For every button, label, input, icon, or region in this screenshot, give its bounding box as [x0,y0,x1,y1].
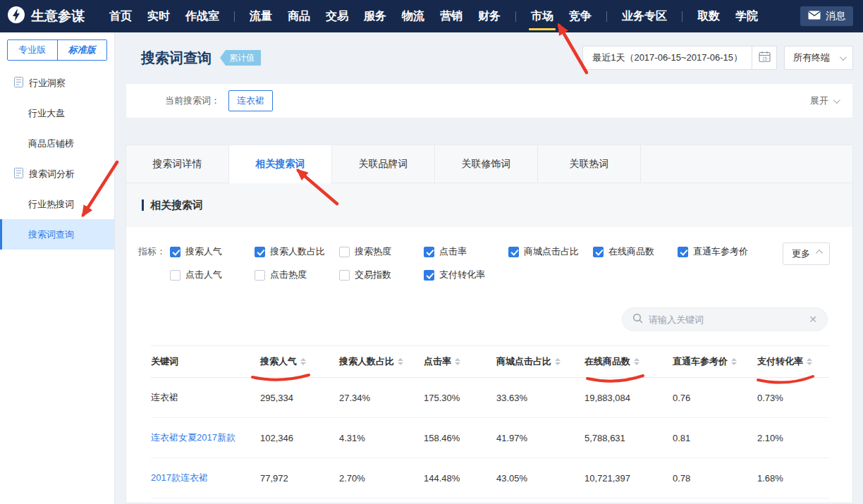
nav-item-competition[interactable]: 竞争 [561,0,599,32]
keyword-text: 连衣裙 [151,392,178,402]
column-header-click-rate[interactable]: 点击率 [424,346,496,378]
current-term-tag[interactable]: 连衣裙 [228,90,273,111]
date-range-selector[interactable]: 最近1天（2017-06-15~2017-06-15） [582,46,752,70]
cell-value: 175.30% [424,378,496,418]
nav-item-logistics[interactable]: 物流 [394,0,432,32]
metric-search-heat[interactable]: 搜索热度 [339,245,424,258]
checkbox-checked-icon[interactable] [508,247,519,257]
metric-click-rate[interactable]: 点击率 [424,245,508,258]
tab-related-hot-words[interactable]: 关联热词 [538,145,641,183]
checkbox-checked-icon[interactable] [255,247,265,257]
related-search-words-panel: 相关搜索词 指标： 搜索人气 搜索人数占比 搜索热度 [126,183,853,503]
checkbox-checked-icon[interactable] [424,247,434,257]
checkbox-unchecked-icon[interactable] [170,270,180,281]
checkbox-checked-icon[interactable] [593,247,604,257]
brand-logo-icon [7,6,25,27]
sidebar-item-hot-search-words[interactable]: 行业热搜词 [0,189,114,219]
sidebar-item-search-analysis[interactable]: 搜索词分析 [0,159,114,189]
nav-item-business-zone[interactable]: 业务专区 [614,0,675,32]
more-metrics-button[interactable]: 更多 [783,242,830,265]
column-header-searcher-ratio[interactable]: 搜索人数占比 [339,346,424,378]
nav-divider [515,11,516,22]
checkbox-checked-icon[interactable] [170,247,180,257]
keyword-link[interactable]: 连衣裙女夏2017新款 [151,432,235,443]
metric-click-popularity[interactable]: 点击人气 [170,269,255,281]
current-search-term-panel: 当前搜索词： 连衣裙 展开 [126,83,853,118]
metric-searcher-ratio[interactable]: 搜索人数占比 [255,245,339,258]
nav-item-trade[interactable]: 交易 [318,0,356,32]
nav-item-goods[interactable]: 商品 [280,0,318,32]
expand-toggle[interactable]: 展开 [810,94,838,107]
nav-item-academy[interactable]: 学院 [728,0,766,32]
column-header-online-products[interactable]: 在线商品数 [584,346,673,378]
sort-icon[interactable] [634,358,639,365]
tab-related-search-words-active[interactable]: 相关搜索词 [229,145,332,183]
sort-icon[interactable] [300,358,306,365]
checkbox-checked-icon[interactable] [424,270,434,281]
svg-text:15: 15 [761,56,767,61]
tab-related-modifier-words[interactable]: 关联修饰词 [435,145,538,183]
sidebar-item-industry-insight[interactable]: 行业洞察 [0,68,114,98]
column-header-ztc-price[interactable]: 直通车参考价 [673,346,757,378]
nav-item-market-active[interactable]: 市场 [523,0,561,32]
nav-item-service[interactable]: 服务 [356,0,394,32]
nav-item-traffic[interactable]: 流量 [242,0,280,32]
version-tab-pro[interactable]: 专业版 [8,40,58,60]
metric-payment-conversion[interactable]: 支付转化率 [424,269,508,281]
terminal-select-value: 所有终端 [793,51,830,64]
checkbox-unchecked-icon[interactable] [339,270,350,281]
column-header-search-popularity[interactable]: 搜索人气 [260,346,339,378]
checkbox-unchecked-icon[interactable] [339,247,350,257]
cell-value: 0.73% [757,378,829,418]
message-button[interactable]: 消息 [800,6,853,26]
tab-related-brand-words[interactable]: 关联品牌词 [332,145,435,183]
metric-ztc-reference-price[interactable]: 直通车参考价 [678,245,762,258]
nav-divider [234,11,235,22]
version-tab-standard[interactable]: 标准版 [58,40,107,60]
metric-trade-index[interactable]: 交易指数 [339,269,424,281]
clear-search-icon[interactable]: ✕ [809,314,817,324]
sidebar-item-search-word-query-active[interactable]: 搜索词查询 [0,219,114,250]
metrics-row-2: 点击人气 点击热度 交易指数 支付转化率 [170,269,821,281]
version-toggle: 专业版 标准版 [7,39,107,61]
sort-icon[interactable] [455,358,460,365]
checkbox-unchecked-icon[interactable] [255,270,265,281]
cell-value: 158.46% [424,418,496,458]
brand[interactable]: 生意参谋 [7,6,102,27]
sidebar-item-industry-overview[interactable]: 行业大盘 [0,98,114,128]
nav-item-home[interactable]: 首页 [102,0,140,32]
metric-click-heat[interactable]: 点击热度 [255,269,339,281]
keyword-link[interactable]: 2017款连衣裙 [151,472,208,483]
keywords-table-wrap: 关键词 搜索人气 搜索人数占比 点击率 商城点击占比 在线商品数 直通车参考价 … [126,331,852,498]
nav-item-data-fetch[interactable]: 取数 [690,0,728,32]
keyword-search-input[interactable] [649,314,803,325]
nav-item-warroom[interactable]: 作战室 [178,0,227,32]
calendar-button[interactable]: 15 [752,46,777,70]
sort-icon[interactable] [398,358,403,365]
chevron-down-icon [833,97,840,104]
column-header-keyword: 关键词 [151,346,260,378]
nav-item-finance[interactable]: 财务 [470,0,508,32]
nav-item-marketing[interactable]: 营销 [432,0,470,32]
keyword-search-box[interactable]: ✕ [622,307,828,331]
calendar-icon: 15 [759,51,771,65]
sidebar-item-label: 搜索词分析 [29,168,75,180]
metric-search-popularity[interactable]: 搜索人气 [170,245,255,258]
sort-icon[interactable] [731,358,737,365]
metric-online-products[interactable]: 在线商品数 [593,245,678,258]
sort-icon[interactable] [807,358,812,365]
nav-item-realtime[interactable]: 实时 [140,0,178,32]
column-header-payment-conversion[interactable]: 支付转化率 [757,346,829,378]
terminal-select[interactable]: 所有终端 [784,46,853,70]
sidebar-item-shop-ranking[interactable]: 商品店铺榜 [0,128,114,159]
sidebar-item-label: 行业洞察 [29,77,66,90]
metric-mall-click-ratio[interactable]: 商城点击占比 [508,245,593,258]
column-header-mall-click-ratio[interactable]: 商城点击占比 [496,346,584,378]
search-row: ✕ [126,292,852,331]
tab-search-word-detail[interactable]: 搜索词详情 [126,145,229,183]
current-term-label: 当前搜索词： [165,94,220,107]
metric-label: 搜索人数占比 [270,245,325,258]
sidebar-item-label: 搜索词查询 [28,228,74,241]
sort-icon[interactable] [555,358,561,365]
checkbox-checked-icon[interactable] [678,247,688,257]
